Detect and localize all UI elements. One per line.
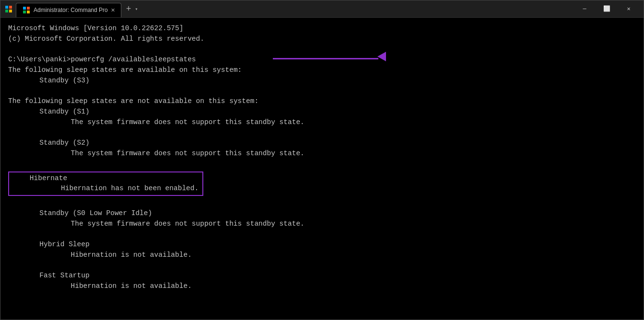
svg-rect-4	[23, 7, 26, 10]
svg-rect-2	[5, 10, 8, 12]
output-line-8: The system firmware does not support thi…	[8, 117, 636, 128]
command-text: C:\Users\panki>powercfg /availablesleeps…	[8, 55, 196, 65]
command-line: C:\Users\panki>powercfg /availablesleeps…	[8, 55, 636, 65]
svg-rect-6	[23, 11, 26, 13]
window-controls: ─ ⬜ ✕	[574, 0, 640, 18]
blank-line-5	[8, 198, 636, 208]
svg-rect-5	[27, 7, 30, 10]
output-line-14: The system firmware does not support thi…	[8, 219, 636, 229]
output-line-16: Hibernation is not available.	[8, 250, 636, 261]
blank-line-6	[8, 229, 636, 240]
window: Administrator: Command Pro ✕ + ▾ ─ ⬜ ✕ M…	[0, 0, 644, 320]
output-line-5: Standby (S3)	[8, 76, 636, 86]
blank-line-2	[8, 86, 636, 97]
terminal-body: Microsoft Windows [Version 10.0.22622.57…	[0, 18, 644, 320]
hibernate-highlight-box: Hibernate Hibernation has not been enabl…	[8, 171, 203, 196]
output-line-9: Standby (S2)	[8, 138, 636, 149]
output-line-13: Standby (S0 Low Power Idle)	[8, 208, 636, 219]
svg-rect-3	[9, 10, 12, 12]
output-line-15: Hybrid Sleep	[8, 240, 636, 250]
tab-icon	[22, 6, 31, 14]
tab-dropdown-button[interactable]: ▾	[135, 6, 138, 12]
blank-line-7	[8, 261, 636, 271]
title-bar-left: Administrator: Command Pro ✕ + ▾	[4, 1, 574, 17]
tab-label: Administrator: Command Pro	[34, 7, 108, 13]
output-line-18: Hibernation is not available.	[8, 281, 636, 292]
maximize-button[interactable]: ⬜	[596, 0, 618, 18]
output-line-4: The following sleep states are available…	[8, 65, 636, 76]
output-line-1: Microsoft Windows [Version 10.0.22622.57…	[8, 23, 636, 34]
output-line-10: The system firmware does not support thi…	[8, 149, 636, 159]
title-bar: Administrator: Command Pro ✕ + ▾ ─ ⬜ ✕	[0, 0, 644, 18]
blank-line-1	[8, 45, 636, 55]
hibernate-detail-line: Hibernation has not been enabled.	[13, 183, 199, 194]
arrow-line	[273, 58, 378, 59]
svg-rect-1	[9, 6, 12, 9]
active-tab[interactable]: Administrator: Command Pro ✕	[16, 3, 121, 17]
arrow-annotation	[273, 56, 386, 61]
arrow-head	[377, 52, 386, 61]
output-line-6: The following sleep states are not avail…	[8, 96, 636, 107]
output-line-7: Standby (S1)	[8, 107, 636, 117]
svg-rect-0	[5, 6, 8, 9]
output-line-17: Fast Startup	[8, 271, 636, 281]
new-tab-button[interactable]: +	[126, 5, 131, 13]
minimize-button[interactable]: ─	[574, 0, 596, 18]
tab-close-button[interactable]: ✕	[111, 7, 115, 13]
output-line-2: (c) Microsoft Corporation. All rights re…	[8, 34, 636, 45]
close-button[interactable]: ✕	[618, 0, 640, 18]
blank-line-4	[8, 159, 636, 170]
app-icon	[4, 5, 13, 13]
svg-rect-7	[27, 11, 30, 13]
blank-line-3	[8, 128, 636, 138]
hibernate-line: Hibernate	[13, 173, 199, 184]
